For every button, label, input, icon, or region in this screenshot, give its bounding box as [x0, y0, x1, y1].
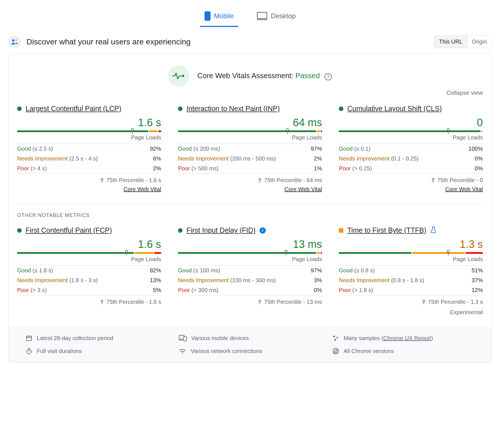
poor-percent: 12% [472, 287, 483, 293]
header-users-icon [8, 36, 21, 48]
status-dot-icon [178, 107, 183, 111]
vitals-pulse-icon [168, 65, 190, 87]
poor-label: Poor [17, 287, 29, 293]
metric-title-link[interactable]: Largest Contentful Paint (LCP) [26, 105, 121, 113]
distribution-bar [178, 130, 322, 132]
metric-title-link[interactable]: First Input Delay (FID) [186, 226, 256, 234]
metric-value: 64 ms [178, 117, 322, 129]
metric-value: 1.6 s [17, 117, 161, 129]
good-threshold: (≤ 1.8 s) [33, 267, 53, 273]
metric-title-link[interactable]: Time to First Byte (TTFB) [347, 226, 426, 234]
ni-percent: 6% [153, 155, 161, 162]
ni-threshold: (1.8 s - 3 s) [69, 277, 98, 283]
good-percent: 97% [311, 146, 322, 152]
footer-network-text: Various network connections [191, 348, 262, 354]
footer-period-text: Latest 28-day collection period [37, 335, 113, 341]
calendar-icon [26, 335, 32, 341]
percentile-marker-icon [447, 128, 450, 134]
page-loads-label: Page Loads [178, 134, 322, 141]
core-web-vital-link[interactable]: Core Web Vital [17, 186, 161, 193]
scatter-icon [332, 335, 339, 341]
assessment-text: Core Web Vitals Assessment: Passed ? [197, 71, 332, 80]
page-loads-label: Page Loads [17, 256, 161, 263]
footer-period: Latest 28-day collection period [26, 335, 168, 341]
poor-percent: 1% [314, 165, 322, 172]
poor-percent: 5% [153, 287, 161, 293]
good-percent: 100% [469, 146, 483, 152]
poor-label: Poor [339, 165, 351, 171]
percentile-text: 75th Percentile - 1.3 s [339, 295, 483, 307]
percentile-text: 75th Percentile - 1.6 s [17, 174, 161, 186]
metric-title-link[interactable]: First Contentful Paint (FCP) [26, 226, 112, 234]
core-web-vital-link[interactable]: Core Web Vital [339, 186, 483, 193]
tab-mobile[interactable]: Mobile [200, 6, 238, 27]
mobile-icon [204, 11, 211, 21]
good-label: Good [178, 146, 192, 152]
assessment-help-icon[interactable]: ? [325, 73, 332, 80]
svg-point-4 [12, 39, 14, 42]
marker-icon [422, 300, 425, 305]
good-percent: 51% [472, 267, 483, 274]
core-web-vitals-grid: Largest Contentful Paint (LCP) 1.6 s Pag… [17, 105, 483, 193]
percentile-text: 75th Percentile - 64 ms [178, 174, 322, 186]
svg-point-28 [336, 337, 338, 338]
footer-network: Various network connections [179, 348, 321, 354]
good-percent: 97% [311, 267, 322, 274]
core-web-vital-link[interactable]: Core Web Vital [178, 186, 322, 193]
distribution-bar [17, 130, 161, 132]
page-loads-label: Page Loads [178, 256, 322, 263]
metric-cls: Cumulative Layout Shift (CLS) 0 Page Loa… [339, 105, 483, 193]
stopwatch-icon [26, 348, 32, 354]
scope-origin[interactable]: Origin [467, 36, 491, 48]
page-loads-label: Page Loads [339, 134, 483, 141]
ni-threshold: (0.1 - 0.25) [391, 155, 419, 162]
experimental-label: Experimental [339, 309, 483, 316]
marker-icon [432, 178, 434, 183]
ni-threshold: (2.5 s - 4 s) [69, 155, 98, 162]
footer-durations: Full visit durations [26, 348, 168, 354]
percentile-marker-icon [125, 250, 128, 255]
assessment-status: Passed [295, 71, 320, 80]
header-title: Discover what your real users are experi… [26, 37, 191, 46]
distribution-bar [178, 252, 322, 254]
svg-point-34 [182, 352, 183, 354]
page-loads-label: Page Loads [339, 256, 483, 263]
scope-this-url[interactable]: This URL [434, 36, 467, 48]
section-divider [17, 204, 483, 205]
svg-point-11 [432, 178, 434, 180]
percentile-marker-icon [447, 250, 450, 255]
metric-value: 13 ms [178, 238, 322, 250]
status-square-icon [339, 228, 343, 233]
metric-title-link[interactable]: Interaction to Next Paint (INP) [186, 105, 280, 113]
poor-threshold: (> 3 s) [31, 287, 47, 293]
scope-toggle: This URL Origin [434, 35, 492, 48]
svg-rect-25 [183, 337, 186, 341]
metric-title-link[interactable]: Cumulative Layout Shift (CLS) [347, 105, 442, 113]
good-percent: 82% [150, 267, 161, 274]
svg-point-13 [101, 300, 103, 302]
needs-improvement-label: Needs Improvement [17, 155, 68, 162]
distribution-bar [339, 130, 483, 132]
marker-icon [258, 178, 261, 183]
poor-label: Poor [178, 287, 190, 293]
needs-improvement-label: Needs Improvement [339, 277, 389, 283]
footer-versions-text: All Chrome versions [344, 348, 394, 354]
metric-fcp: First Contentful Paint (FCP) 1.6 s Page … [17, 226, 161, 316]
ni-threshold: (0.8 s - 1.8 s) [391, 277, 424, 283]
good-label: Good [339, 146, 353, 152]
poor-label: Poor [17, 165, 29, 171]
crux-panel: Core Web Vitals Assessment: Passed ? Col… [8, 54, 492, 363]
svg-point-5 [15, 39, 17, 41]
assessment-label: Core Web Vitals Assessment: [197, 71, 296, 80]
info-icon[interactable]: i [260, 227, 266, 234]
percentile-text: 75th Percentile - 0 [339, 174, 483, 186]
chrome-ux-report-link[interactable]: Chrome UX Report [383, 335, 431, 341]
other-metrics-heading: OTHER NOTABLE METRICS [17, 212, 483, 218]
good-label: Good [178, 267, 192, 273]
collapse-view-link[interactable]: Collapse view [17, 89, 483, 96]
tab-desktop[interactable]: Desktop [252, 6, 300, 27]
ni-percent: 3% [314, 277, 322, 284]
good-threshold: (≤ 0.1) [354, 146, 371, 152]
metric-value: 1.3 s [339, 238, 483, 250]
flask-icon[interactable] [430, 226, 436, 234]
